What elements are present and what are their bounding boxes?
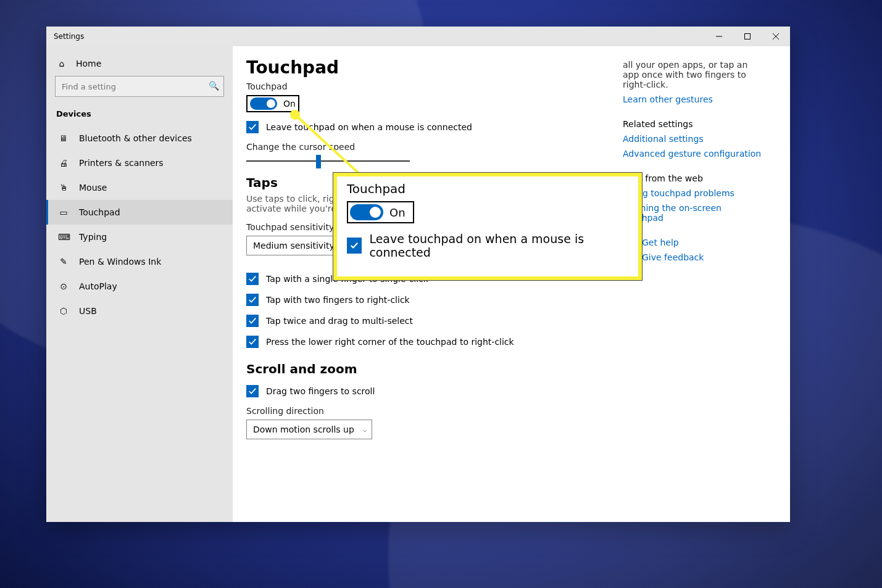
slider-thumb[interactable] — [316, 155, 321, 168]
touchpad-toggle[interactable] — [250, 97, 277, 110]
sidebar: ⌂ Home 🔍 Devices 🖥 Bluetooth & other dev… — [46, 46, 233, 522]
sidebar-item-label: Typing — [79, 232, 107, 242]
leave-on-checkbox[interactable] — [246, 121, 259, 133]
home-button[interactable]: ⌂ Home — [46, 51, 233, 76]
tap-drag-checkbox[interactable] — [246, 315, 259, 327]
callout-toggle[interactable] — [350, 204, 383, 220]
search-input[interactable] — [55, 76, 224, 97]
tap-two-checkbox[interactable] — [246, 294, 259, 306]
tap-drag-label: Tap twice and drag to multi-select — [266, 316, 413, 326]
callout-title: Touchpad — [347, 181, 628, 196]
home-icon: ⌂ — [56, 59, 67, 68]
sidebar-item-bluetooth[interactable]: 🖥 Bluetooth & other devices — [46, 126, 233, 151]
sidebar-item-label: USB — [79, 306, 97, 316]
annotation-callout: Touchpad On Leave touchpad on when a mou… — [333, 173, 642, 280]
chevron-down-icon: ⌵ — [363, 426, 367, 433]
sidebar-item-usb[interactable]: ⬡ USB — [46, 299, 233, 323]
related-settings-heading: Related settings — [623, 119, 765, 129]
main-content: Touchpad Touchpad On Leave touchpad on w… — [233, 46, 790, 522]
sensitivity-value: Medium sensitivity — [253, 241, 335, 251]
leave-on-label: Leave touchpad on when a mouse is connec… — [266, 122, 472, 132]
keyboard-icon: ⌨ — [58, 232, 69, 242]
usb-icon: ⬡ — [58, 306, 69, 316]
close-button[interactable] — [762, 27, 790, 46]
devices-icon: 🖥 — [58, 133, 69, 143]
fixing-touchpad-link[interactable]: Fixing touchpad problems — [623, 188, 765, 198]
pen-icon: ✎ — [58, 257, 69, 267]
sidebar-item-touchpad[interactable]: ▭ Touchpad — [46, 200, 233, 225]
gestures-intro: all your open apps, or tap an app once w… — [623, 60, 765, 89]
svg-rect-1 — [745, 34, 751, 39]
sidebar-item-label: Pen & Windows Ink — [79, 257, 161, 267]
give-feedback-link[interactable]: Give feedback — [642, 252, 704, 262]
sidebar-item-pen[interactable]: ✎ Pen & Windows Ink — [46, 249, 233, 274]
right-column: all your open apps, or tap an app once w… — [623, 60, 765, 277]
tap-single-checkbox[interactable] — [246, 273, 259, 285]
sidebar-item-label: Bluetooth & other devices — [79, 133, 192, 143]
maximize-button[interactable] — [733, 27, 762, 46]
titlebar: Settings — [46, 27, 790, 46]
highlighted-toggle-group: On — [246, 95, 299, 112]
sidebar-item-autoplay[interactable]: ⊙ AutoPlay — [46, 274, 233, 299]
sidebar-item-printers[interactable]: 🖨 Printers & scanners — [46, 151, 233, 175]
callout-checkbox[interactable] — [347, 238, 362, 254]
scroll-direction-value: Down motion scrolls up — [253, 424, 354, 434]
sidebar-item-label: Touchpad — [79, 207, 120, 217]
scroll-direction-label: Scrolling direction — [246, 406, 776, 416]
tap-two-label: Tap with two fingers to right-click — [266, 295, 410, 305]
drag-scroll-label: Drag two fingers to scroll — [266, 386, 375, 396]
additional-settings-link[interactable]: Additional settings — [623, 134, 765, 144]
cursor-speed-slider[interactable] — [246, 160, 410, 162]
onscreen-touchpad-link[interactable]: Opening the on-screen touchpad — [623, 203, 765, 223]
get-help-link[interactable]: Get help — [642, 238, 679, 247]
sidebar-item-label: Printers & scanners — [79, 158, 164, 168]
autoplay-icon: ⊙ — [58, 281, 69, 291]
home-label: Home — [76, 59, 101, 68]
drag-scroll-checkbox[interactable] — [246, 385, 259, 397]
sidebar-item-mouse[interactable]: 🖱 Mouse — [46, 175, 233, 200]
corner-right-click-label: Press the lower right corner of the touc… — [266, 337, 514, 347]
printer-icon: 🖨 — [58, 158, 69, 168]
sidebar-item-typing[interactable]: ⌨ Typing — [46, 225, 233, 249]
sidebar-section-label: Devices — [46, 103, 233, 126]
sidebar-item-label: AutoPlay — [79, 281, 117, 291]
learn-gestures-link[interactable]: Learn other gestures — [623, 94, 765, 104]
scroll-heading: Scroll and zoom — [246, 362, 776, 376]
scroll-direction-select[interactable]: Down motion scrolls up ⌵ — [246, 420, 372, 439]
toggle-state-label: On — [283, 99, 296, 109]
window-title: Settings — [54, 32, 84, 41]
corner-right-click-checkbox[interactable] — [246, 336, 259, 348]
touchpad-icon: ▭ — [58, 207, 69, 217]
sidebar-item-label: Mouse — [79, 183, 107, 193]
callout-toggle-state: On — [389, 206, 406, 219]
help-from-web-heading: Help from the web — [623, 173, 765, 183]
advanced-gesture-link[interactable]: Advanced gesture configuration — [623, 149, 765, 159]
window-controls — [705, 27, 790, 46]
minimize-button[interactable] — [705, 27, 733, 46]
callout-check-label: Leave touchpad on when a mouse is connec… — [369, 232, 628, 259]
mouse-icon: 🖱 — [58, 183, 69, 193]
